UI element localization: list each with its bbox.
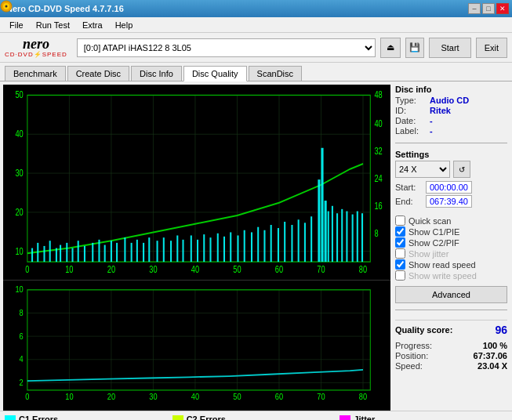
write-speed-label[interactable]: Show write speed [409, 271, 477, 281]
svg-rect-72 [251, 232, 252, 262]
quality-score-value: 96 [495, 324, 507, 336]
svg-text:2: 2 [20, 378, 24, 387]
svg-text:60: 60 [275, 263, 283, 273]
exit-button[interactable]: Exit [476, 38, 507, 58]
minimize-button[interactable]: – [468, 3, 481, 14]
svg-rect-50 [104, 245, 106, 262]
svg-rect-55 [136, 240, 138, 262]
lower-chart-svg: 10 8 6 4 2 0 10 20 30 40 50 60 70 80 [3, 281, 390, 411]
quick-scan-label[interactable]: Quick scan [409, 216, 451, 226]
disc-label-row: Label: - [395, 126, 507, 136]
c2-pif-checkbox[interactable] [395, 237, 405, 248]
svg-text:10: 10 [65, 392, 74, 401]
c2-legend-label: C2 Errors [187, 415, 226, 420]
advanced-button[interactable]: Advanced [395, 286, 507, 303]
read-speed-row: Show read speed [395, 259, 507, 270]
start-button[interactable]: Start [429, 38, 470, 58]
c1-pie-checkbox[interactable] [395, 226, 405, 237]
svg-text:6: 6 [20, 331, 24, 341]
progress-value: 100 % [483, 341, 507, 350]
svg-text:30: 30 [15, 168, 23, 178]
tab-benchmark[interactable]: Benchmark [5, 66, 66, 81]
svg-rect-54 [131, 243, 133, 262]
svg-rect-83 [321, 148, 323, 262]
refresh-button[interactable]: ↺ [453, 161, 470, 178]
c2-pif-label[interactable]: Show C2/PIF [409, 238, 459, 248]
svg-text:40: 40 [191, 392, 200, 401]
tab-disc-info[interactable]: Disc Info [131, 66, 182, 81]
svg-text:20: 20 [107, 263, 115, 273]
close-button[interactable]: ✕ [496, 3, 509, 14]
svg-rect-49 [98, 240, 100, 262]
type-label: Type: [395, 96, 427, 105]
charts-area: 50 40 30 20 10 48 40 32 24 16 8 0 10 20 … [3, 85, 390, 411]
title-bar: Nero CD-DVD Speed 4.7.7.16 – □ ✕ [0, 0, 512, 17]
settings-title: Settings [395, 150, 507, 159]
svg-text:48: 48 [374, 89, 382, 100]
position-label: Position: [395, 351, 428, 360]
svg-rect-58 [157, 241, 158, 262]
main-content: 50 40 30 20 10 48 40 32 24 16 8 0 10 20 … [0, 81, 512, 411]
quick-scan-checkbox[interactable] [395, 215, 405, 226]
svg-text:10: 10 [15, 245, 23, 255]
svg-rect-59 [163, 237, 165, 262]
svg-rect-81 [310, 216, 312, 262]
svg-rect-48 [92, 243, 93, 262]
drive-select[interactable]: [0:0] ATAPI iHAS122 8 3L05 [77, 38, 376, 57]
svg-text:40: 40 [191, 263, 199, 273]
write-speed-checkbox[interactable] [395, 270, 405, 281]
jitter-legend-box [340, 415, 350, 420]
menu-run-test[interactable]: Run Test [30, 19, 76, 31]
speed-select[interactable]: 24 X [395, 161, 450, 178]
svg-rect-85 [328, 212, 329, 262]
lower-chart: 10 8 6 4 2 0 10 20 30 40 50 60 70 80 [3, 280, 390, 411]
id-value: Ritek [430, 106, 451, 115]
c1-pie-row: Show C1/PIE [395, 226, 507, 237]
jitter-legend-label: Jitter [354, 415, 375, 420]
progress-row: Progress: 100 % [395, 341, 507, 350]
c1-legend-box [5, 415, 16, 420]
svg-text:4: 4 [20, 355, 24, 364]
svg-text:0: 0 [25, 392, 30, 401]
upper-chart-svg: 50 40 30 20 10 48 40 32 24 16 8 0 10 20 … [3, 85, 390, 280]
svg-rect-62 [182, 240, 183, 262]
svg-rect-80 [304, 223, 306, 262]
read-speed-checkbox[interactable] [395, 259, 405, 270]
jitter-checkbox[interactable] [395, 248, 405, 259]
end-value: 067:39.40 [426, 195, 472, 208]
c1-pie-label[interactable]: Show C1/PIE [409, 227, 459, 237]
svg-rect-52 [116, 243, 118, 262]
c1-legend-label: C1 Errors [19, 415, 58, 420]
svg-text:60: 60 [275, 392, 284, 401]
tab-disc-quality[interactable]: Disc Quality [183, 66, 247, 81]
progress-section: Progress: 100 % Position: 67:37.06 Speed… [395, 341, 507, 371]
menu-extra[interactable]: Extra [76, 19, 109, 31]
svg-rect-78 [291, 225, 292, 262]
tab-create-disc[interactable]: Create Disc [67, 66, 129, 81]
save-button[interactable]: 💾 [405, 38, 424, 58]
progress-label: Progress: [395, 341, 432, 350]
menu-file[interactable]: File [3, 19, 30, 31]
maximize-button[interactable]: □ [482, 3, 495, 14]
jitter-label[interactable]: Show jitter [409, 249, 448, 259]
jitter-stats: Jitter Average: - Maximum: - [340, 415, 507, 420]
svg-rect-91 [357, 212, 358, 262]
svg-rect-87 [336, 213, 338, 262]
divider-1 [395, 143, 507, 143]
svg-rect-89 [346, 212, 347, 262]
jitter-row: Show jitter [395, 248, 507, 259]
svg-text:32: 32 [374, 146, 382, 156]
tab-scan-disc[interactable]: ScanDisc [249, 66, 302, 81]
svg-text:10: 10 [65, 263, 73, 273]
menu-help[interactable]: Help [109, 19, 140, 31]
checkboxes-section: Quick scan Show C1/PIE Show C2/PIF Show … [395, 215, 507, 281]
svg-text:0: 0 [25, 263, 29, 273]
quality-score-label: Quality score: [395, 325, 452, 335]
eject-button[interactable]: ⏏ [380, 38, 401, 58]
svg-text:30: 30 [149, 392, 158, 401]
svg-rect-79 [298, 219, 300, 262]
svg-rect-92 [361, 213, 363, 262]
app-icon [0, 0, 13, 13]
svg-rect-42 [56, 248, 57, 262]
read-speed-label[interactable]: Show read speed [409, 260, 476, 270]
